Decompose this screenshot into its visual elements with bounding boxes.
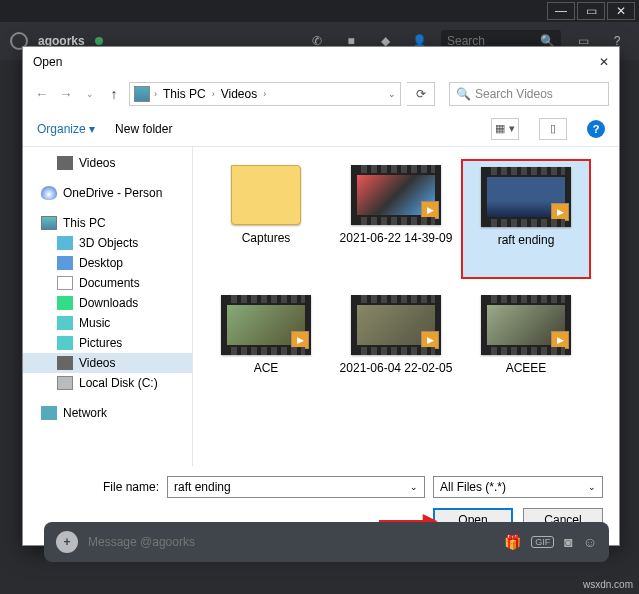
pc-icon bbox=[134, 86, 150, 102]
video-thumbnail: ▶ bbox=[351, 295, 441, 355]
help-button[interactable]: ? bbox=[587, 120, 605, 138]
file-item[interactable]: ▶ ACEEE bbox=[461, 289, 591, 409]
maximize-button[interactable]: ▭ bbox=[577, 2, 605, 20]
file-item[interactable]: Captures bbox=[201, 159, 331, 279]
file-item[interactable]: ▶ 2021-06-22 14-39-09 bbox=[331, 159, 461, 279]
file-type-filter[interactable]: All Files (*.*)⌄ bbox=[433, 476, 603, 498]
minimize-button[interactable]: — bbox=[547, 2, 575, 20]
tree-thispc[interactable]: This PC bbox=[23, 213, 192, 233]
tree-pictures[interactable]: Pictures bbox=[23, 333, 192, 353]
folder-tree: Videos OneDrive - Person This PC 3D Obje… bbox=[23, 147, 193, 466]
chevron-down-icon[interactable]: ⌄ bbox=[410, 482, 418, 492]
tree-localdisk[interactable]: Local Disk (C:) bbox=[23, 373, 192, 393]
forward-icon: → bbox=[57, 86, 75, 102]
close-button[interactable]: ✕ bbox=[607, 2, 635, 20]
new-folder-button[interactable]: New folder bbox=[115, 122, 172, 136]
dialog-close-icon[interactable]: ✕ bbox=[599, 55, 609, 69]
video-thumbnail: ▶ bbox=[481, 295, 571, 355]
tree-network[interactable]: Network bbox=[23, 403, 192, 423]
dialog-title: Open bbox=[33, 55, 62, 69]
message-input-bar: + 🎁 GIF ◙ ☺ bbox=[44, 522, 609, 562]
address-dropdown-icon[interactable]: ⌄ bbox=[388, 89, 396, 99]
gift-icon[interactable]: 🎁 bbox=[504, 534, 521, 550]
filename-input[interactable]: raft ending⌄ bbox=[167, 476, 425, 498]
open-file-dialog: Open ✕ ← → ⌄ ↑ › This PC › Videos › ⌄ ⟳ … bbox=[22, 46, 620, 546]
file-item-selected[interactable]: ▶ raft ending bbox=[461, 159, 591, 279]
tree-desktop[interactable]: Desktop bbox=[23, 253, 192, 273]
view-mode-button[interactable]: ▦ ▾ bbox=[491, 118, 519, 140]
tree-videos[interactable]: Videos bbox=[23, 353, 192, 373]
tree-3dobjects[interactable]: 3D Objects bbox=[23, 233, 192, 253]
refresh-button[interactable]: ⟳ bbox=[407, 82, 435, 106]
up-icon[interactable]: ↑ bbox=[105, 86, 123, 102]
chevron-down-icon[interactable]: ⌄ bbox=[588, 482, 596, 492]
file-item[interactable]: ▶ 2021-06-04 22-02-05 bbox=[331, 289, 461, 409]
nav-bar: ← → ⌄ ↑ › This PC › Videos › ⌄ ⟳ 🔍 Searc… bbox=[23, 77, 619, 111]
file-search[interactable]: 🔍 Search Videos bbox=[449, 82, 609, 106]
app-titlebar: — ▭ ✕ bbox=[0, 0, 639, 22]
watermark: wsxdn.com bbox=[583, 579, 633, 590]
emoji-icon[interactable]: ☺ bbox=[583, 534, 597, 550]
message-input[interactable] bbox=[88, 535, 494, 549]
video-thumbnail: ▶ bbox=[221, 295, 311, 355]
filename-label: File name: bbox=[39, 480, 159, 494]
tree-onedrive[interactable]: OneDrive - Person bbox=[23, 183, 192, 203]
gif-icon[interactable]: GIF bbox=[531, 536, 554, 548]
breadcrumb-folder[interactable]: Videos bbox=[219, 87, 259, 101]
back-icon[interactable]: ← bbox=[33, 86, 51, 102]
dialog-titlebar: Open ✕ bbox=[23, 47, 619, 77]
folder-icon bbox=[231, 165, 301, 225]
attach-button[interactable]: + bbox=[56, 531, 78, 553]
tree-downloads[interactable]: Downloads bbox=[23, 293, 192, 313]
status-dot-icon bbox=[95, 37, 103, 45]
file-item[interactable]: ▶ ACE bbox=[201, 289, 331, 409]
recent-dropdown-icon[interactable]: ⌄ bbox=[81, 89, 99, 99]
preview-pane-button[interactable]: ▯ bbox=[539, 118, 567, 140]
tree-videos-quick[interactable]: Videos bbox=[23, 153, 192, 173]
tree-documents[interactable]: Documents bbox=[23, 273, 192, 293]
tree-music[interactable]: Music bbox=[23, 313, 192, 333]
organize-menu[interactable]: Organize ▾ bbox=[37, 122, 95, 136]
file-grid: Captures ▶ 2021-06-22 14-39-09 ▶ raft en… bbox=[193, 147, 619, 466]
breadcrumb-root[interactable]: This PC bbox=[161, 87, 208, 101]
video-thumbnail: ▶ bbox=[351, 165, 441, 225]
address-bar[interactable]: › This PC › Videos › ⌄ bbox=[129, 82, 401, 106]
sticker-icon[interactable]: ◙ bbox=[564, 534, 572, 550]
video-thumbnail: ▶ bbox=[481, 167, 571, 227]
search-icon: 🔍 bbox=[456, 87, 471, 101]
toolbar: Organize ▾ New folder ▦ ▾ ▯ ? bbox=[23, 111, 619, 147]
